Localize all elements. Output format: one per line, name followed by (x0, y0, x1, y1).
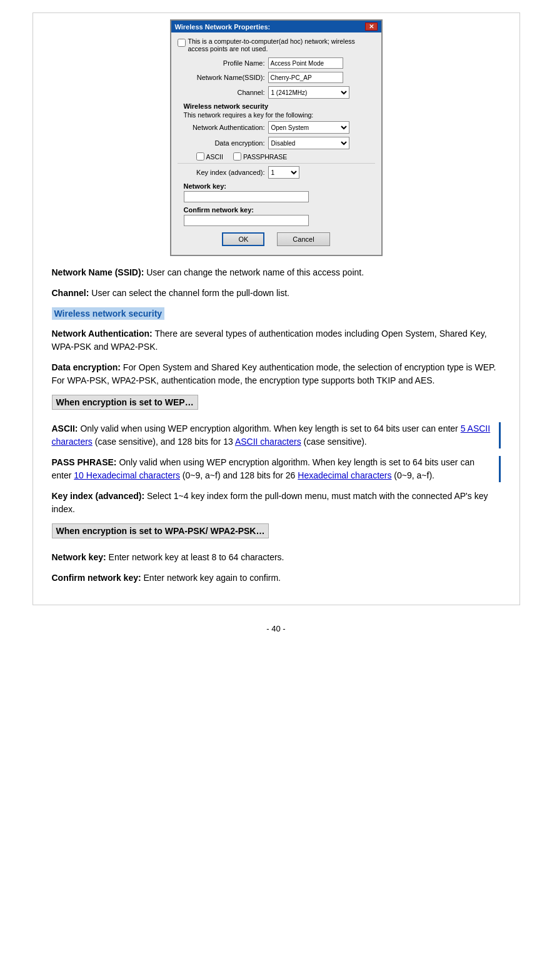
ascii-post-text: (case sensitive). (301, 437, 367, 447)
ascii-link2[interactable]: ASCII characters (235, 437, 301, 447)
network-name-row: Network Name(SSID): (178, 72, 375, 83)
encoding-checkboxes: ASCII PASSPHRASE (196, 152, 375, 161)
network-name-desc-text: User can change the network name of this… (146, 267, 364, 277)
ascii-mid-text: (case sensitive), and 128 bits for 13 (93, 437, 235, 447)
adhoc-checkbox-row: This is a computer-to-computer(ad hoc) n… (178, 37, 375, 52)
adhoc-checkbox[interactable] (178, 39, 186, 47)
passphrase-mid-text: (0~9, a~f) and 128 bits for 26 (180, 470, 298, 480)
wep-heading-para: When encryption is set to WEP… (52, 395, 501, 416)
wpa-heading: When encryption is set to WPA-PSK/ WPA2-… (52, 523, 269, 538)
passphrase-checkbox-label: PASSPHRASE (233, 152, 287, 161)
channel-desc: User can select the channel form the pul… (91, 288, 289, 298)
wpa-heading-para: When encryption is set to WPA-PSK/ WPA2-… (52, 523, 501, 545)
channel-label: Channel: (178, 89, 265, 96)
network-name-input[interactable] (268, 72, 343, 83)
dialog-close-button[interactable]: ✕ (365, 22, 378, 31)
ascii-label: ASCII (206, 153, 223, 161)
ascii-para: ASCII: Only valid when using WEP encrypt… (52, 422, 495, 448)
profile-name-row: Profile Name: (178, 57, 375, 69)
passphrase-link[interactable]: 10 Hexadecimal characters (74, 470, 180, 480)
wireless-security-heading-para: Wireless network security (52, 307, 501, 327)
network-key-para: Network key: Enter network key at least … (52, 551, 501, 564)
page-footer: - 40 - (266, 624, 285, 633)
confirm-key-input[interactable] (184, 215, 309, 226)
key-index-select[interactable]: 1 (268, 166, 299, 179)
network-name-heading: Network Name (SSID): (52, 267, 144, 277)
divider (178, 163, 375, 164)
network-auth-heading: Network Authentication: (52, 329, 153, 339)
dialog-title: Wireless Network Properties: (175, 23, 271, 31)
ascii-checkbox-label: ASCII (196, 152, 223, 161)
network-auth-row: Network Authentication: Open System (178, 121, 375, 134)
dialog-body: This is a computer-to-computer(ad hoc) n… (171, 32, 381, 255)
key-index-para: Key index (advanced): Select 1~4 key ind… (52, 490, 501, 516)
network-name-para: Network Name (SSID): User can change the… (52, 266, 501, 279)
data-enc-row: Data encryption: Disabled (178, 137, 375, 149)
channel-row: Channel: 1 (2412MHz) (178, 86, 375, 99)
page-wrapper: Wireless Network Properties: ✕ This is a… (0, 0, 552, 980)
key-index-row: Key index (advanced): 1 (178, 166, 375, 179)
dialog-titlebar: Wireless Network Properties: ✕ (171, 21, 381, 32)
wep-heading: When encryption is set to WEP… (52, 395, 198, 410)
network-auth-para: Network Authentication: There are severa… (52, 327, 501, 354)
passphrase-link2[interactable]: Hexadecimal characters (298, 470, 391, 480)
confirm-key-heading: Confirm network key: (52, 573, 141, 583)
passphrase-heading: PASS PHRASE: (52, 457, 117, 467)
passphrase-post-text: (0~9, a~f). (391, 470, 434, 480)
channel-heading: Channel: (52, 288, 89, 298)
main-content: Network Name (SSID): User can change the… (46, 266, 507, 585)
key-index-label: Key index (advanced): (178, 169, 265, 176)
data-enc-select[interactable]: Disabled (268, 137, 349, 149)
ascii-checkbox[interactable] (196, 152, 204, 161)
channel-select[interactable]: 1 (2412MHz) (268, 86, 349, 99)
cancel-button[interactable]: Cancel (277, 232, 329, 246)
network-key-input[interactable] (184, 191, 309, 202)
passphrase-section: PASS PHRASE: Only valid when using WEP e… (52, 456, 501, 482)
passphrase-checkbox[interactable] (233, 152, 241, 161)
network-name-label: Network Name(SSID): (178, 74, 265, 81)
adhoc-label: This is a computer-to-computer(ad hoc) n… (188, 37, 375, 52)
data-enc-label: Data encryption: (178, 139, 265, 147)
dialog-container: Wireless Network Properties: ✕ This is a… (46, 19, 507, 256)
network-key-desc: Enter network key at least 8 to 64 chara… (109, 552, 284, 562)
content-area: Wireless Network Properties: ✕ This is a… (33, 12, 520, 605)
passphrase-para: PASS PHRASE: Only valid when using WEP e… (52, 456, 495, 482)
network-key-heading: Network key: (52, 552, 106, 562)
ok-button[interactable]: OK (222, 232, 264, 246)
key-index-heading: Key index (advanced): (52, 491, 145, 501)
data-enc-heading: Data encryption: (52, 362, 121, 372)
dialog-box: Wireless Network Properties: ✕ This is a… (170, 19, 383, 256)
wireless-security-section-label: Wireless network security (184, 102, 375, 110)
confirm-key-para: Confirm network key: Enter network key a… (52, 572, 501, 585)
passphrase-label: PASSPHRASE (243, 153, 287, 161)
dialog-buttons: OK Cancel (178, 232, 375, 250)
profile-name-label: Profile Name: (178, 59, 265, 67)
ascii-heading: ASCII: (52, 423, 78, 433)
confirm-key-label: Confirm network key: (184, 206, 375, 214)
ascii-section: ASCII: Only valid when using WEP encrypt… (52, 422, 501, 448)
network-key-label: Network key: (184, 182, 375, 190)
confirm-key-desc: Enter network key again to confirm. (144, 573, 281, 583)
data-enc-para: Data encryption: For Open System and Sha… (52, 361, 501, 387)
network-auth-select[interactable]: Open System (268, 121, 349, 134)
key-required-label: This network requires a key for the foll… (184, 111, 375, 119)
channel-para: Channel: User can select the channel for… (52, 287, 501, 300)
ascii-pre-text: Only valid when using WEP encryption alg… (80, 423, 460, 433)
page-number: - 40 - (266, 624, 285, 633)
network-auth-label: Network Authentication: (178, 124, 265, 131)
wireless-security-heading: Wireless network security (52, 307, 165, 320)
profile-name-input[interactable] (268, 57, 343, 69)
